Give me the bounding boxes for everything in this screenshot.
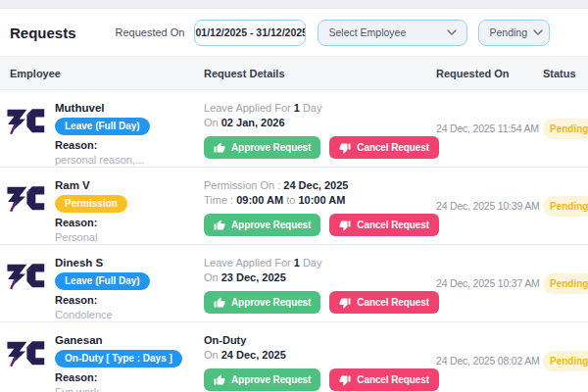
cancel-button-label: Cancel Request: [357, 220, 429, 230]
thumbs-up-icon: [214, 220, 225, 231]
detail-line: Leave Applied For 1 Day: [204, 101, 436, 116]
request-actions: Approve Request Cancel Request: [204, 214, 436, 236]
table-row: Muthuvel Leave (Full Day) Reason: person…: [0, 90, 588, 168]
detail-line: Time : 09:00 AM to 10:00 AM: [204, 193, 436, 208]
request-actions: Approve Request Cancel Request: [204, 136, 436, 159]
table-row: Dinesh S Leave (Full Day) Reason: Condol…: [0, 245, 588, 322]
request-details-cell: Leave Applied For 1 DayOn 02 Jan, 2026 A…: [204, 90, 436, 167]
page-top-strip: [0, 0, 588, 9]
request-actions: Approve Request Cancel Request: [204, 368, 436, 391]
detail-line: Leave Applied For 1 Day: [204, 256, 436, 270]
cancel-request-button[interactable]: Cancel Request: [329, 291, 439, 314]
requested-on-cell: 24 Dec, 2025 11:54 AM: [436, 90, 539, 167]
status-badge: Pending: [543, 196, 588, 217]
employee-info: Ganesan On-Duty [ Type : Days ] Reason: …: [55, 333, 182, 392]
approve-button-label: Approve Request: [231, 220, 311, 230]
table-row: Ganesan On-Duty [ Type : Days ] Reason: …: [0, 322, 588, 392]
reason-label: Reason:: [55, 294, 150, 307]
reason-label: Reason:: [55, 139, 150, 152]
reason-text: Evp work: [55, 386, 182, 392]
employee-cell: Ganesan On-Duty [ Type : Days ] Reason: …: [0, 322, 204, 392]
leave-type-badge: On-Duty [ Type : Days ]: [55, 350, 182, 368]
requests-page: Requests Requested On Select Employee Pe…: [0, 0, 588, 392]
status-cell: Pending: [539, 322, 588, 392]
approve-request-button[interactable]: Approve Request: [204, 214, 320, 236]
cancel-request-button[interactable]: Cancel Request: [329, 214, 439, 236]
employee-name: Ram V: [55, 178, 127, 192]
employee-info: Ram V Permission Reason: Personal: [55, 178, 127, 244]
employee-name: Ganesan: [55, 333, 182, 347]
company-logo-icon: [4, 258, 47, 294]
chevron-down-icon: [447, 29, 457, 35]
requested-on-value: 24 Dec, 2025 08:02 AM: [436, 355, 540, 367]
reason-text: Personal: [55, 231, 127, 244]
cancel-button-label: Cancel Request: [357, 142, 429, 153]
thumbs-down-icon: [339, 142, 351, 154]
leave-type-badge: Leave (Full Day): [55, 272, 150, 290]
employee-select[interactable]: Select Employee: [318, 20, 467, 46]
table-header: Employee Request Details Requested On St…: [0, 56, 588, 90]
thumbs-up-icon: [214, 297, 225, 309]
date-range-input[interactable]: [194, 20, 306, 46]
thumbs-down-icon: [339, 220, 351, 231]
status-filter-value: Pending: [489, 26, 527, 38]
requested-on-filter-label: Requested On: [116, 26, 185, 38]
approve-request-button[interactable]: Approve Request: [204, 136, 320, 159]
thumbs-down-icon: [339, 297, 351, 309]
column-header-employee: Employee: [0, 68, 204, 79]
requested-on-value: 24 Dec, 2025 11:54 AM: [436, 122, 539, 134]
company-logo-icon: [4, 180, 47, 217]
request-details-cell: Leave Applied For 1 DayOn 23 Dec, 2025 A…: [204, 245, 436, 321]
status-cell: Pending: [539, 245, 588, 321]
reason-label: Reason:: [55, 371, 182, 384]
column-header-status: Status: [539, 68, 588, 79]
request-actions: Approve Request Cancel Request: [204, 291, 436, 314]
detail-lines: Leave Applied For 1 DayOn 02 Jan, 2026: [204, 101, 436, 130]
cancel-request-button[interactable]: Cancel Request: [329, 368, 439, 391]
employee-name: Dinesh S: [55, 256, 150, 270]
detail-line: On 24 Dec, 2025: [204, 348, 436, 363]
requested-on-cell: 24 Dec, 2025 10:37 AM: [436, 245, 539, 321]
company-logo-icon: [4, 103, 47, 139]
detail-line: On-Duty: [204, 333, 436, 348]
reason-text: personal reason,...: [55, 154, 150, 167]
table-row: Ram V Permission Reason: Personal Permis…: [0, 168, 588, 245]
reason-text: Condolence: [55, 309, 150, 321]
approve-request-button[interactable]: Approve Request: [204, 291, 320, 314]
page-header: Requests Requested On Select Employee Pe…: [0, 9, 588, 56]
filter-bar: Requested On Select Employee Pending: [116, 20, 551, 46]
employee-cell: Muthuvel Leave (Full Day) Reason: person…: [0, 90, 204, 167]
chevron-down-icon: [533, 29, 543, 35]
employee-info: Dinesh S Leave (Full Day) Reason: Condol…: [55, 256, 150, 321]
employee-info: Muthuvel Leave (Full Day) Reason: person…: [55, 101, 150, 167]
cancel-button-label: Cancel Request: [357, 374, 429, 385]
employee-name: Muthuvel: [55, 101, 150, 115]
status-cell: Pending: [539, 90, 588, 167]
requested-on-value: 24 Dec, 2025 10:37 AM: [436, 277, 540, 289]
approve-request-button[interactable]: Approve Request: [204, 368, 320, 391]
page-title: Requests: [10, 24, 76, 41]
cancel-request-button[interactable]: Cancel Request: [329, 136, 439, 159]
reason-label: Reason:: [55, 217, 127, 229]
detail-lines: Permission On : 24 Dec, 2025Time : 09:00…: [204, 178, 436, 208]
approve-button-label: Approve Request: [231, 374, 311, 385]
company-logo-icon: [4, 335, 47, 371]
thumbs-down-icon: [339, 374, 351, 386]
column-header-requested-on: Requested On: [436, 68, 539, 79]
status-badge: Pending: [543, 351, 588, 371]
status-badge: Pending: [543, 119, 588, 139]
request-details-cell: On-DutyOn 24 Dec, 2025 Approve Request C…: [204, 322, 436, 392]
employee-cell: Ram V Permission Reason: Personal: [0, 168, 204, 244]
cancel-button-label: Cancel Request: [357, 297, 429, 308]
requested-on-value: 24 Dec, 2025 10:39 AM: [436, 200, 540, 212]
table-body: Muthuvel Leave (Full Day) Reason: person…: [0, 90, 588, 392]
detail-line: Permission On : 24 Dec, 2025: [204, 178, 436, 193]
employee-select-value: Select Employee: [328, 26, 406, 38]
detail-lines: On-DutyOn 24 Dec, 2025: [204, 333, 436, 363]
requested-on-cell: 24 Dec, 2025 08:02 AM: [436, 322, 539, 392]
requested-on-cell: 24 Dec, 2025 10:39 AM: [436, 168, 539, 244]
leave-type-badge: Permission: [55, 195, 127, 213]
status-filter-select[interactable]: Pending: [478, 20, 550, 46]
detail-line: On 02 Jan, 2026: [204, 116, 436, 130]
thumbs-up-icon: [214, 142, 225, 154]
